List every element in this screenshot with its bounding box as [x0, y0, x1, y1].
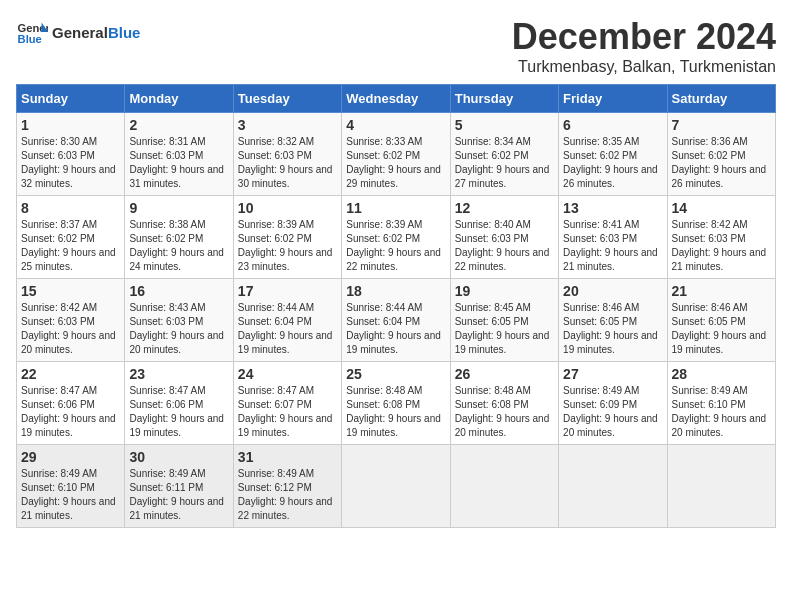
day-number: 14 — [672, 200, 771, 216]
calendar-cell: 4Sunrise: 8:33 AMSunset: 6:02 PMDaylight… — [342, 113, 450, 196]
day-number: 26 — [455, 366, 554, 382]
calendar-cell: 2Sunrise: 8:31 AMSunset: 6:03 PMDaylight… — [125, 113, 233, 196]
day-number: 21 — [672, 283, 771, 299]
day-number: 28 — [672, 366, 771, 382]
calendar-cell: 26Sunrise: 8:48 AMSunset: 6:08 PMDayligh… — [450, 362, 558, 445]
day-info: Sunrise: 8:32 AMSunset: 6:03 PMDaylight:… — [238, 135, 337, 191]
day-number: 19 — [455, 283, 554, 299]
day-info: Sunrise: 8:42 AMSunset: 6:03 PMDaylight:… — [672, 218, 771, 274]
day-info: Sunrise: 8:43 AMSunset: 6:03 PMDaylight:… — [129, 301, 228, 357]
calendar-cell: 11Sunrise: 8:39 AMSunset: 6:02 PMDayligh… — [342, 196, 450, 279]
day-info: Sunrise: 8:49 AMSunset: 6:09 PMDaylight:… — [563, 384, 662, 440]
day-number: 16 — [129, 283, 228, 299]
day-number: 13 — [563, 200, 662, 216]
weekday-header: Friday — [559, 85, 667, 113]
calendar-cell: 19Sunrise: 8:45 AMSunset: 6:05 PMDayligh… — [450, 279, 558, 362]
day-number: 3 — [238, 117, 337, 133]
day-number: 17 — [238, 283, 337, 299]
title-area: December 2024 Turkmenbasy, Balkan, Turkm… — [512, 16, 776, 76]
calendar-cell: 18Sunrise: 8:44 AMSunset: 6:04 PMDayligh… — [342, 279, 450, 362]
weekday-header: Thursday — [450, 85, 558, 113]
day-info: Sunrise: 8:37 AMSunset: 6:02 PMDaylight:… — [21, 218, 120, 274]
day-number: 18 — [346, 283, 445, 299]
calendar-cell: 16Sunrise: 8:43 AMSunset: 6:03 PMDayligh… — [125, 279, 233, 362]
calendar-cell: 28Sunrise: 8:49 AMSunset: 6:10 PMDayligh… — [667, 362, 775, 445]
calendar-week: 15Sunrise: 8:42 AMSunset: 6:03 PMDayligh… — [17, 279, 776, 362]
day-number: 27 — [563, 366, 662, 382]
day-info: Sunrise: 8:48 AMSunset: 6:08 PMDaylight:… — [346, 384, 445, 440]
day-info: Sunrise: 8:34 AMSunset: 6:02 PMDaylight:… — [455, 135, 554, 191]
calendar-cell: 27Sunrise: 8:49 AMSunset: 6:09 PMDayligh… — [559, 362, 667, 445]
logo-icon: General Blue — [16, 16, 48, 48]
calendar-cell: 15Sunrise: 8:42 AMSunset: 6:03 PMDayligh… — [17, 279, 125, 362]
day-number: 2 — [129, 117, 228, 133]
day-number: 31 — [238, 449, 337, 465]
calendar-week: 22Sunrise: 8:47 AMSunset: 6:06 PMDayligh… — [17, 362, 776, 445]
calendar-cell: 25Sunrise: 8:48 AMSunset: 6:08 PMDayligh… — [342, 362, 450, 445]
day-number: 9 — [129, 200, 228, 216]
day-number: 5 — [455, 117, 554, 133]
day-number: 12 — [455, 200, 554, 216]
calendar-cell: 29Sunrise: 8:49 AMSunset: 6:10 PMDayligh… — [17, 445, 125, 528]
calendar-week: 8Sunrise: 8:37 AMSunset: 6:02 PMDaylight… — [17, 196, 776, 279]
day-info: Sunrise: 8:48 AMSunset: 6:08 PMDaylight:… — [455, 384, 554, 440]
day-info: Sunrise: 8:36 AMSunset: 6:02 PMDaylight:… — [672, 135, 771, 191]
month-title: December 2024 — [512, 16, 776, 58]
calendar-cell — [667, 445, 775, 528]
day-info: Sunrise: 8:40 AMSunset: 6:03 PMDaylight:… — [455, 218, 554, 274]
day-info: Sunrise: 8:47 AMSunset: 6:06 PMDaylight:… — [21, 384, 120, 440]
weekday-header: Monday — [125, 85, 233, 113]
day-info: Sunrise: 8:39 AMSunset: 6:02 PMDaylight:… — [238, 218, 337, 274]
calendar-table: SundayMondayTuesdayWednesdayThursdayFrid… — [16, 84, 776, 528]
day-number: 30 — [129, 449, 228, 465]
day-info: Sunrise: 8:47 AMSunset: 6:06 PMDaylight:… — [129, 384, 228, 440]
day-info: Sunrise: 8:49 AMSunset: 6:10 PMDaylight:… — [672, 384, 771, 440]
calendar-body: 1Sunrise: 8:30 AMSunset: 6:03 PMDaylight… — [17, 113, 776, 528]
calendar-cell: 10Sunrise: 8:39 AMSunset: 6:02 PMDayligh… — [233, 196, 341, 279]
day-info: Sunrise: 8:44 AMSunset: 6:04 PMDaylight:… — [238, 301, 337, 357]
day-info: Sunrise: 8:41 AMSunset: 6:03 PMDaylight:… — [563, 218, 662, 274]
calendar-cell: 5Sunrise: 8:34 AMSunset: 6:02 PMDaylight… — [450, 113, 558, 196]
calendar-cell: 13Sunrise: 8:41 AMSunset: 6:03 PMDayligh… — [559, 196, 667, 279]
calendar-cell: 14Sunrise: 8:42 AMSunset: 6:03 PMDayligh… — [667, 196, 775, 279]
weekday-header: Tuesday — [233, 85, 341, 113]
day-number: 11 — [346, 200, 445, 216]
calendar-cell: 17Sunrise: 8:44 AMSunset: 6:04 PMDayligh… — [233, 279, 341, 362]
day-info: Sunrise: 8:44 AMSunset: 6:04 PMDaylight:… — [346, 301, 445, 357]
day-number: 22 — [21, 366, 120, 382]
day-number: 25 — [346, 366, 445, 382]
day-info: Sunrise: 8:35 AMSunset: 6:02 PMDaylight:… — [563, 135, 662, 191]
calendar-cell: 7Sunrise: 8:36 AMSunset: 6:02 PMDaylight… — [667, 113, 775, 196]
calendar-cell: 24Sunrise: 8:47 AMSunset: 6:07 PMDayligh… — [233, 362, 341, 445]
weekday-header: Saturday — [667, 85, 775, 113]
day-info: Sunrise: 8:33 AMSunset: 6:02 PMDaylight:… — [346, 135, 445, 191]
day-number: 7 — [672, 117, 771, 133]
day-info: Sunrise: 8:46 AMSunset: 6:05 PMDaylight:… — [672, 301, 771, 357]
day-number: 15 — [21, 283, 120, 299]
calendar-cell — [450, 445, 558, 528]
calendar-cell: 8Sunrise: 8:37 AMSunset: 6:02 PMDaylight… — [17, 196, 125, 279]
day-number: 20 — [563, 283, 662, 299]
day-info: Sunrise: 8:47 AMSunset: 6:07 PMDaylight:… — [238, 384, 337, 440]
day-info: Sunrise: 8:45 AMSunset: 6:05 PMDaylight:… — [455, 301, 554, 357]
weekday-header: Wednesday — [342, 85, 450, 113]
day-info: Sunrise: 8:49 AMSunset: 6:10 PMDaylight:… — [21, 467, 120, 523]
calendar-cell — [342, 445, 450, 528]
day-info: Sunrise: 8:46 AMSunset: 6:05 PMDaylight:… — [563, 301, 662, 357]
day-info: Sunrise: 8:30 AMSunset: 6:03 PMDaylight:… — [21, 135, 120, 191]
calendar-cell: 31Sunrise: 8:49 AMSunset: 6:12 PMDayligh… — [233, 445, 341, 528]
calendar-cell: 30Sunrise: 8:49 AMSunset: 6:11 PMDayligh… — [125, 445, 233, 528]
calendar-cell: 20Sunrise: 8:46 AMSunset: 6:05 PMDayligh… — [559, 279, 667, 362]
day-number: 1 — [21, 117, 120, 133]
day-number: 23 — [129, 366, 228, 382]
logo: General Blue GeneralBlue — [16, 16, 140, 48]
calendar-cell — [559, 445, 667, 528]
svg-text:Blue: Blue — [18, 33, 42, 45]
day-info: Sunrise: 8:49 AMSunset: 6:12 PMDaylight:… — [238, 467, 337, 523]
calendar-week: 29Sunrise: 8:49 AMSunset: 6:10 PMDayligh… — [17, 445, 776, 528]
calendar-week: 1Sunrise: 8:30 AMSunset: 6:03 PMDaylight… — [17, 113, 776, 196]
day-number: 24 — [238, 366, 337, 382]
calendar-cell: 22Sunrise: 8:47 AMSunset: 6:06 PMDayligh… — [17, 362, 125, 445]
day-info: Sunrise: 8:42 AMSunset: 6:03 PMDaylight:… — [21, 301, 120, 357]
header: General Blue GeneralBlue December 2024 T… — [16, 16, 776, 76]
